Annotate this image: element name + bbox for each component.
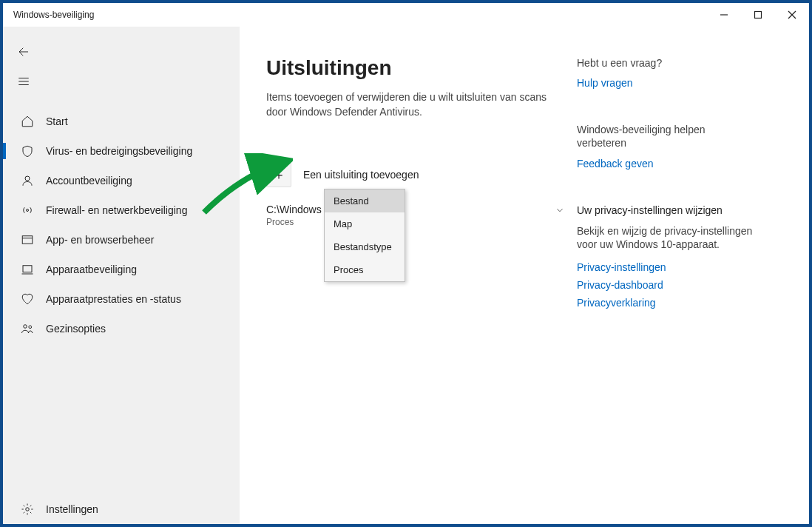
exclusion-item[interactable]: C:\Windows nost.exe Proces	[266, 204, 569, 227]
network-icon	[19, 204, 35, 217]
sidebar-item-label: Instellingen	[46, 503, 98, 515]
add-exclusion-button[interactable]: ＋	[266, 162, 291, 187]
svg-point-14	[24, 325, 27, 329]
privacy-dashboard-link[interactable]: Privacy-dashboard	[577, 279, 754, 291]
window-title: Windows-beveiliging	[13, 10, 94, 20]
sidebar-item-label: Firewall- en netwerkbeveiliging	[46, 204, 187, 216]
svg-rect-1	[755, 12, 762, 19]
heart-icon	[19, 292, 35, 306]
sidebar-item-account[interactable]: Accountbeveiliging	[3, 166, 240, 195]
sidebar-item-device[interactable]: Apparaatbeveiliging	[3, 255, 240, 284]
sidebar-item-family[interactable]: Gezinsopties	[3, 314, 240, 343]
sidebar-item-firewall[interactable]: Firewall- en netwerkbeveiliging	[3, 195, 240, 225]
add-exclusion-row: ＋ Een uitsluiting toevoegen	[266, 162, 569, 187]
sidebar-item-start[interactable]: Start	[3, 107, 240, 136]
titlebar: Windows-beveiliging	[3, 3, 809, 27]
sidebar-item-label: Start	[46, 115, 68, 127]
nav: Start Virus- en bedreigingsbeveiliging A…	[3, 107, 240, 343]
improve-heading: Windows-beveiliging helpen verbeteren	[577, 123, 754, 150]
svg-rect-12	[23, 266, 32, 272]
help-heading: Hebt u een vraag?	[577, 56, 754, 70]
chevron-down-icon[interactable]	[550, 204, 569, 220]
shield-icon	[19, 144, 35, 158]
privacy-settings-link[interactable]: Privacy-instellingen	[577, 261, 754, 273]
privacy-statement-link[interactable]: Privacyverklaring	[577, 297, 754, 309]
back-button[interactable]	[6, 37, 41, 67]
privacy-heading: Uw privacy-instellingen wijzigen	[577, 204, 754, 217]
svg-point-16	[26, 508, 30, 511]
page-subtitle: Items toevoegen of verwijderen die u wil…	[266, 90, 569, 119]
window-icon	[19, 233, 35, 246]
plus-icon: ＋	[272, 166, 285, 184]
sidebar-item-label: App- en browserbeheer	[46, 234, 154, 246]
help-link[interactable]: Hulp vragen	[577, 77, 754, 89]
sidebar: Start Virus- en bedreigingsbeveiliging A…	[3, 27, 240, 524]
exclusion-type-dropdown: Bestand Map Bestandstype Proces	[324, 189, 405, 282]
sidebar-item-label: Gezinsopties	[46, 323, 106, 335]
close-button[interactable]	[775, 3, 809, 27]
window-controls	[707, 3, 809, 27]
svg-point-9	[27, 209, 29, 212]
add-exclusion-label: Een uitsluiting toevoegen	[303, 169, 419, 181]
svg-point-8	[25, 176, 30, 181]
minimize-button[interactable]	[707, 3, 741, 27]
dropdown-item-file[interactable]: Bestand	[325, 189, 405, 212]
sidebar-item-health[interactable]: Apparaatprestaties en -status	[3, 284, 240, 314]
person-icon	[19, 174, 35, 187]
help-column: Hebt u een vraag? Hulp vragen Windows-be…	[577, 56, 754, 524]
people-icon	[19, 322, 35, 335]
svg-point-15	[29, 326, 32, 329]
sidebar-item-label: Apparaatprestaties en -status	[46, 293, 181, 305]
dropdown-item-filetype[interactable]: Bestandstype	[325, 235, 405, 258]
sidebar-item-label: Accountbeveiliging	[46, 175, 132, 187]
app-window: Windows-beveiliging	[3, 3, 809, 524]
privacy-description: Bekijk en wijzig de privacy-instellingen…	[577, 224, 754, 251]
dropdown-item-folder[interactable]: Map	[325, 212, 405, 235]
page-title: Uitsluitingen	[266, 56, 569, 80]
device-icon	[19, 263, 35, 276]
dropdown-item-process[interactable]: Proces	[325, 258, 405, 281]
sidebar-item-label: Apparaatbeveiliging	[46, 264, 137, 275]
sidebar-item-app-browser[interactable]: App- en browserbeheer	[3, 225, 240, 255]
feedback-link[interactable]: Feedback geven	[577, 158, 754, 169]
home-icon	[19, 115, 35, 128]
hamburger-button[interactable]	[6, 67, 41, 96]
maximize-button[interactable]	[741, 3, 775, 27]
sidebar-item-virus-threat[interactable]: Virus- en bedreigingsbeveiliging	[3, 136, 240, 166]
gear-icon	[19, 503, 35, 516]
svg-rect-10	[22, 236, 33, 244]
sidebar-item-label: Virus- en bedreigingsbeveiliging	[46, 145, 192, 157]
sidebar-item-settings[interactable]: Instellingen	[3, 494, 240, 524]
